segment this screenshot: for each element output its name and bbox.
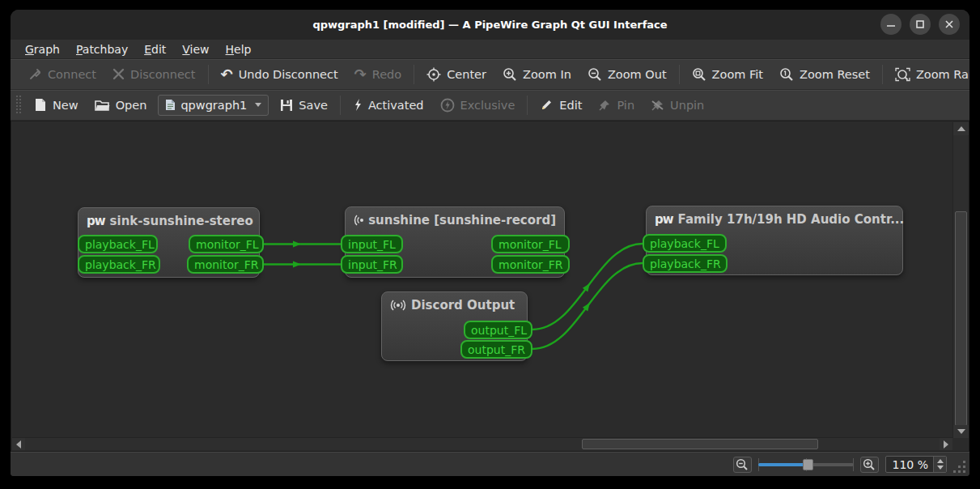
scroll-left-button[interactable] bbox=[12, 438, 25, 450]
undo-button[interactable]: ↶ Undo Disconnect bbox=[213, 63, 346, 86]
statusbar-zoom-out-button[interactable] bbox=[733, 457, 752, 473]
titlebar[interactable]: qpwgraph1 [modified] — A PipeWire Graph … bbox=[11, 10, 969, 40]
zoom-spinner[interactable] bbox=[933, 457, 946, 472]
port-family-playback-fr[interactable]: playback_FR bbox=[643, 254, 728, 273]
graph-toolbar: Connect Disconnect ↶ Undo Disconnect ↷ R… bbox=[11, 59, 969, 90]
menu-edit[interactable]: Edit bbox=[136, 41, 174, 57]
arrow-down-icon bbox=[957, 429, 965, 434]
connection-arrow bbox=[293, 262, 301, 268]
patchbay-toolbar: New Open qpwgraph1 Save bbox=[11, 90, 969, 121]
toolbar-separator bbox=[414, 65, 414, 84]
connection-arrow bbox=[293, 241, 301, 248]
node-title: Family 17h/19h HD Audio Contr... bbox=[678, 212, 905, 227]
zoom-slider-handle[interactable] bbox=[803, 459, 813, 470]
connect-button[interactable]: Connect bbox=[20, 62, 104, 86]
minimize-icon bbox=[886, 19, 896, 29]
pin-icon bbox=[598, 99, 611, 112]
port-sunshine-monitor-fl[interactable]: monitor_FL bbox=[491, 235, 570, 253]
disconnect-button[interactable]: Disconnect bbox=[104, 63, 204, 86]
activated-bolt-icon bbox=[353, 98, 363, 112]
zoom-fit-icon bbox=[692, 67, 706, 82]
port-sunshine-monitor-fr[interactable]: monitor_FR bbox=[491, 255, 570, 274]
toolbar-separator bbox=[340, 96, 341, 115]
open-folder-icon bbox=[95, 99, 110, 112]
arrow-up-icon bbox=[957, 126, 965, 131]
patchbay-file-combobox[interactable]: qpwgraph1 bbox=[158, 95, 269, 116]
port-sunshine-input-fr[interactable]: input_FR bbox=[341, 255, 403, 274]
scroll-right-button[interactable] bbox=[940, 438, 952, 450]
node-title: Discord Output bbox=[411, 298, 515, 313]
port-sink-monitor-fr[interactable]: monitor_FR bbox=[187, 255, 264, 274]
horizontal-scrollbar[interactable] bbox=[12, 437, 952, 450]
open-button[interactable]: Open bbox=[87, 94, 155, 117]
node-title: sunshine [sunshine-record] bbox=[368, 213, 556, 227]
close-button[interactable] bbox=[939, 14, 960, 35]
unpin-button[interactable]: Unpin bbox=[643, 94, 712, 117]
patchbay-file-name: qpwgraph1 bbox=[180, 99, 247, 112]
maximize-button[interactable] bbox=[910, 14, 931, 35]
spin-up-icon bbox=[937, 459, 944, 463]
window-title: qpwgraph1 [modified] — A PipeWire Graph … bbox=[312, 19, 667, 31]
redo-button[interactable]: ↷ Redo bbox=[346, 63, 410, 86]
scroll-down-button[interactable] bbox=[953, 425, 969, 438]
center-icon bbox=[426, 67, 441, 82]
unpin-icon bbox=[651, 99, 664, 112]
menu-patchbay[interactable]: Patchbay bbox=[68, 41, 136, 57]
minimize-button[interactable] bbox=[880, 14, 902, 35]
disconnect-icon bbox=[112, 68, 125, 80]
zoom-reset-icon bbox=[779, 67, 794, 82]
pipewire-icon: pw bbox=[87, 214, 105, 228]
port-sink-playback-fl[interactable]: playback_FL bbox=[78, 235, 158, 253]
port-sink-playback-fr[interactable]: playback_FR bbox=[78, 255, 160, 274]
vertical-scrollbar[interactable] bbox=[952, 122, 968, 438]
connections-layer bbox=[12, 122, 952, 438]
exclusive-bolt-icon bbox=[440, 98, 455, 113]
menu-view[interactable]: View bbox=[174, 41, 217, 57]
new-button[interactable]: New bbox=[27, 93, 87, 117]
vertical-scroll-thumb[interactable] bbox=[955, 211, 967, 426]
zoom-range-button[interactable]: Zoom Range bbox=[887, 62, 969, 87]
chevron-down-icon bbox=[255, 103, 261, 107]
save-icon bbox=[280, 99, 293, 112]
statusbar-zoom-in-button[interactable] bbox=[860, 457, 879, 473]
horizontal-scroll-thumb[interactable] bbox=[582, 439, 818, 449]
broadcast-icon bbox=[354, 214, 363, 227]
save-button[interactable]: Save bbox=[272, 94, 336, 117]
scroll-up-button[interactable] bbox=[953, 122, 969, 135]
port-family-playback-fl[interactable]: playback_FL bbox=[643, 234, 727, 253]
center-button[interactable]: Center bbox=[418, 62, 494, 87]
zoom-reset-button[interactable]: Zoom Reset bbox=[771, 62, 878, 87]
zoom-in-icon bbox=[863, 458, 876, 471]
close-icon bbox=[944, 19, 954, 29]
edit-pencil-icon bbox=[540, 98, 554, 112]
zoom-level-value: 110 % bbox=[893, 458, 933, 471]
pipewire-icon: pw bbox=[655, 212, 673, 227]
broadcast-icon bbox=[390, 299, 406, 312]
port-discord-output-fr[interactable]: output_FR bbox=[460, 340, 532, 359]
port-discord-output-fl[interactable]: output_FL bbox=[464, 321, 532, 339]
edit-button[interactable]: Edit bbox=[532, 93, 590, 117]
maximize-icon bbox=[915, 19, 925, 29]
zoom-out-button[interactable]: Zoom Out bbox=[579, 62, 675, 87]
resize-grip[interactable] bbox=[953, 461, 966, 474]
connect-icon bbox=[28, 67, 42, 81]
graph-view: pw sink-sunshine-stereo sunshine [sunshi… bbox=[11, 121, 969, 452]
toolbar-drag-handle[interactable] bbox=[15, 96, 22, 115]
port-sink-monitor-fl[interactable]: monitor_FL bbox=[189, 235, 264, 253]
undo-icon: ↶ bbox=[221, 69, 233, 80]
zoom-in-button[interactable]: Zoom In bbox=[494, 62, 579, 87]
menu-graph[interactable]: Graph bbox=[17, 41, 68, 57]
connection-arrow bbox=[583, 282, 592, 292]
port-sunshine-input-fl[interactable]: input_FL bbox=[341, 235, 403, 253]
exclusive-button[interactable]: Exclusive bbox=[432, 93, 524, 117]
zoom-in-icon bbox=[503, 67, 517, 82]
graph-canvas[interactable]: pw sink-sunshine-stereo sunshine [sunshi… bbox=[12, 122, 952, 438]
menu-help[interactable]: Help bbox=[218, 41, 260, 57]
zoom-out-icon bbox=[588, 67, 602, 82]
zoom-fit-button[interactable]: Zoom Fit bbox=[684, 62, 771, 87]
pin-button[interactable]: Pin bbox=[590, 94, 643, 117]
zoom-level-spinbox[interactable]: 110 % bbox=[885, 456, 947, 473]
activated-button[interactable]: Activated bbox=[345, 93, 432, 117]
zoom-slider[interactable] bbox=[758, 457, 854, 473]
spin-down-icon bbox=[937, 466, 944, 470]
